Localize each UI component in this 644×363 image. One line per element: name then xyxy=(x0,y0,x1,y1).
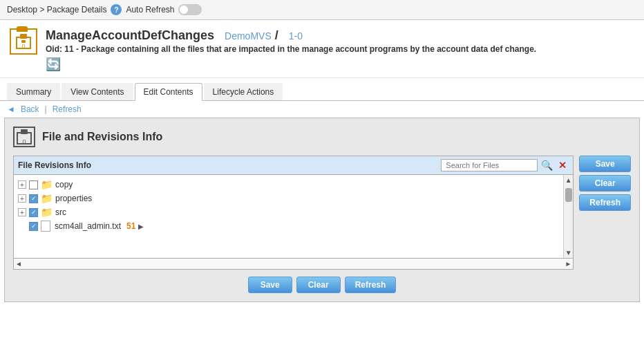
scroll-down-button[interactable]: ▼ xyxy=(565,248,572,258)
folder-icon-properties: 📁 xyxy=(41,193,53,204)
clear-bottom-button[interactable]: Clear xyxy=(296,277,341,293)
file-icon-scm4all xyxy=(41,221,50,232)
back-link[interactable]: Back xyxy=(21,104,39,114)
tree-item-src: + 📁 src xyxy=(14,205,573,219)
save-bottom-button[interactable]: Save xyxy=(248,277,292,293)
content-area: {} File and Revisions Info File Revision… xyxy=(4,118,640,302)
file-revisions-label: File Revisions Info xyxy=(18,160,91,170)
auto-refresh-label: Auto Refresh xyxy=(126,5,174,15)
svg-rect-1 xyxy=(20,34,27,39)
expand-arrow-scm4all[interactable]: ▶ xyxy=(138,223,144,230)
scroll-thumb[interactable] xyxy=(565,188,572,202)
file-revisions-icon: {} xyxy=(17,129,32,145)
label-properties: properties xyxy=(55,194,92,203)
refresh-link[interactable]: Refresh xyxy=(53,104,82,114)
checkbox-src[interactable] xyxy=(29,208,38,217)
section-header: {} File and Revisions Info xyxy=(13,127,631,147)
breadcrumb: Desktop > Package Details xyxy=(7,5,106,15)
package-version-link[interactable]: 1-0 xyxy=(289,30,303,41)
search-button[interactable]: 🔍 xyxy=(539,159,555,171)
svg-text:{}: {} xyxy=(22,138,26,145)
package-title: ManageAccountDefChanges DemoMVS / 1-0 xyxy=(46,28,634,43)
nav-row: ◄ Back | Refresh xyxy=(0,101,644,118)
side-buttons: Save Clear Refresh xyxy=(579,156,631,270)
tree-item-properties: + 📁 properties xyxy=(14,192,573,205)
file-tree-body[interactable]: + 📁 copy + 📁 properties + 📁 xyxy=(14,175,573,258)
tree-item-scm4all: scm4all_admin.txt 51 ▶ xyxy=(25,219,573,233)
checkbox-copy[interactable] xyxy=(29,180,38,189)
tab-view-contents[interactable]: View Contents xyxy=(61,83,133,100)
help-icon[interactable]: ? xyxy=(111,4,122,15)
vertical-scrollbar[interactable]: ▲ ▼ xyxy=(563,175,573,258)
scroll-up-button[interactable]: ▲ xyxy=(565,175,572,185)
scroll-right-button[interactable]: ► xyxy=(565,260,571,268)
package-icon: {} xyxy=(10,28,37,55)
panel: File Revisions Info 🔍 ✕ + 📁 copy xyxy=(13,156,631,270)
label-copy: copy xyxy=(55,180,73,189)
package-demo-link[interactable]: DemoMVS xyxy=(225,30,272,41)
checkbox-scm4all[interactable] xyxy=(29,222,38,231)
folder-icon-copy: 📁 xyxy=(41,179,53,190)
clear-search-button[interactable]: ✕ xyxy=(556,159,569,171)
search-icon: 🔍 xyxy=(541,160,553,171)
svg-text:{}: {} xyxy=(21,43,26,49)
refresh-side-button[interactable]: Refresh xyxy=(579,194,631,211)
checkbox-properties[interactable] xyxy=(29,194,38,203)
expander-src[interactable]: + xyxy=(18,208,26,216)
top-bar: Desktop > Package Details ? Auto Refresh xyxy=(0,0,644,20)
save-side-button[interactable]: Save xyxy=(579,156,631,172)
expander-copy[interactable]: + xyxy=(18,180,26,189)
file-tree-header: File Revisions Info 🔍 ✕ xyxy=(14,156,573,175)
refresh-bottom-button[interactable]: Refresh xyxy=(345,277,397,293)
expander-properties[interactable]: + xyxy=(18,194,26,203)
file-tree-container: File Revisions Info 🔍 ✕ + 📁 copy xyxy=(13,156,574,270)
horizontal-scrollbar[interactable]: ◄ ► xyxy=(14,258,573,269)
revision-badge-scm4all: 51 xyxy=(126,221,135,231)
package-oid: Oid: 11 - Package containing all the fil… xyxy=(46,44,634,54)
search-row: 🔍 ✕ xyxy=(441,159,569,171)
section-title: File and Revisions Info xyxy=(42,131,162,143)
package-status-icon[interactable]: 🔄 xyxy=(46,57,634,72)
package-svg-icon: {} xyxy=(16,34,31,49)
tab-lifecycle-actions[interactable]: Lifecycle Actions xyxy=(204,83,283,100)
search-input[interactable] xyxy=(441,159,538,171)
section-icon: {} xyxy=(13,127,35,147)
scroll-left-button[interactable]: ◄ xyxy=(15,260,22,268)
back-arrow-icon: ◄ xyxy=(7,104,15,114)
tabs-bar: Summary View Contents Edit Contents Life… xyxy=(0,82,644,101)
package-info: ManageAccountDefChanges DemoMVS / 1-0 Oi… xyxy=(46,28,634,72)
svg-rect-5 xyxy=(21,129,28,134)
tab-edit-contents[interactable]: Edit Contents xyxy=(135,83,202,101)
folder-icon-src: 📁 xyxy=(41,207,53,218)
auto-refresh-toggle[interactable] xyxy=(178,4,202,15)
clear-side-button[interactable]: Clear xyxy=(579,175,631,192)
label-src: src xyxy=(55,207,66,217)
bottom-bar: Save Clear Refresh xyxy=(13,277,631,293)
package-header: {} ManageAccountDefChanges DemoMVS / 1-0… xyxy=(0,20,644,78)
tree-item-copy: + 📁 copy xyxy=(14,178,573,192)
tab-summary[interactable]: Summary xyxy=(7,83,60,100)
label-scm4all: scm4all_admin.txt xyxy=(55,221,121,231)
